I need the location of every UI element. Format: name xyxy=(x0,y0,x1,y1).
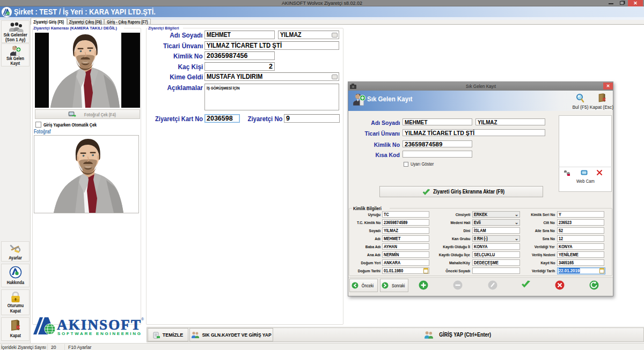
svg-text:AKINSOFT: AKINSOFT xyxy=(57,317,141,333)
svg-text:®: ® xyxy=(141,317,144,321)
